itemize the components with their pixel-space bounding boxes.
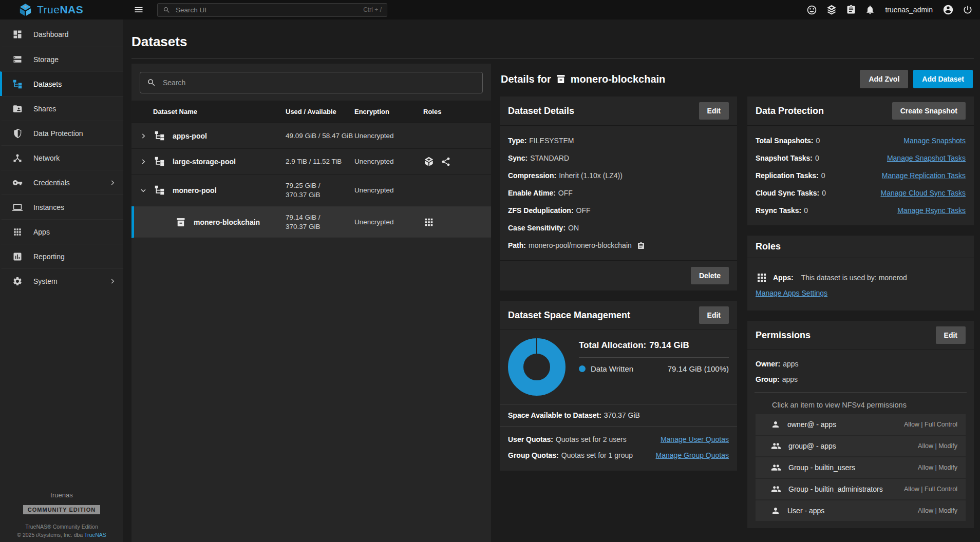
dataset-name: monero-blockchain (194, 218, 260, 226)
sidebar-item-credentials[interactable]: Credentials (0, 170, 123, 195)
shield-icon (12, 128, 23, 139)
alerts-bell-icon[interactable] (865, 5, 875, 15)
people-icon (771, 441, 781, 451)
legend-dot-icon (579, 365, 586, 372)
main-content: Datasets Dataset Name Used / Available E… (123, 20, 980, 542)
user-quotas-row: User Quotas:Quotas set for 2 users Manag… (508, 432, 729, 448)
card-title: Dataset Space Management (508, 310, 630, 321)
truecommand-icon[interactable] (826, 4, 837, 15)
feedback-smiley-icon[interactable] (806, 5, 817, 15)
sidebar-item-network[interactable]: Network (0, 145, 123, 170)
hostname-label: truenas (0, 491, 123, 499)
table-row[interactable]: large-storage-pool 2.9 TiB / 11.52 TiB U… (131, 149, 491, 175)
table-row[interactable]: monero-pool 79.25 GiB /370.37 GiB Unencr… (131, 175, 491, 206)
data-protection-card: Data Protection Create Snapshot Total Sn… (747, 96, 974, 225)
add-dataset-button[interactable]: Add Dataset (913, 70, 973, 88)
field-sync: Sync:STANDARD (508, 149, 729, 167)
used-available-value: 79.14 GiB /370.37 GiB (286, 213, 354, 231)
manage-cloud-sync-tasks-link[interactable]: Manage Cloud Sync Tasks (881, 184, 966, 202)
edit-space-button[interactable]: Edit (699, 306, 729, 324)
global-search-input[interactable] (175, 6, 359, 14)
copyright-line: © 2025 iXsystems, Inc. dba TrueNAS (0, 532, 123, 538)
global-search[interactable]: Ctrl + / (157, 3, 387, 17)
create-snapshot-button[interactable]: Create Snapshot (892, 102, 966, 120)
table-header: Dataset Name Used / Available Encryption… (131, 101, 491, 123)
add-zvol-button[interactable]: Add Zvol (860, 70, 908, 88)
details-dataset-name: monero-blockchain (571, 73, 665, 85)
manage-rsync-tasks-link[interactable]: Manage Rsync Tasks (897, 202, 966, 219)
tree-search-input[interactable] (162, 78, 476, 87)
hamburger-menu-icon[interactable] (134, 5, 144, 15)
field-zfs-deduplication: ZFS Deduplication:OFF (508, 202, 729, 219)
manage-apps-settings-link[interactable]: Manage Apps Settings (756, 289, 827, 297)
dataset-name: monero-pool (173, 186, 217, 195)
manage-user-quotas-link[interactable]: Manage User Quotas (661, 432, 729, 448)
field-type: Type:FILESYSTEM (508, 132, 729, 149)
used-available-value: 2.9 TiB / 11.52 TiB (286, 157, 354, 166)
sidebar-item-data-protection[interactable]: Data Protection (0, 121, 123, 145)
manage-replication-tasks-link[interactable]: Manage Replication Tasks (882, 167, 966, 184)
dataset-tree-icon (154, 156, 165, 167)
column-roles: Roles (423, 108, 491, 115)
share-icon (441, 157, 451, 167)
card-title: Roles (756, 241, 781, 252)
chevron-right-icon[interactable] (137, 129, 150, 143)
space-available: Space Available to Dataset:370.37 GiB (500, 404, 737, 426)
sidebar: Dashboard Storage Datasets Shares Data P… (0, 20, 123, 542)
power-icon[interactable] (963, 5, 973, 15)
group-line: Group:apps (756, 372, 966, 387)
laptop-icon (12, 202, 23, 212)
copy-path-icon[interactable] (637, 242, 645, 250)
manage-snapshots-link[interactable]: Manage Snapshots (903, 132, 966, 149)
sidebar-item-label: Datasets (33, 80, 62, 88)
sidebar-item-label: Dashboard (33, 30, 69, 38)
chevron-down-icon[interactable] (137, 184, 150, 197)
cloud-sync-tasks-row: Cloud Sync Tasks:0Manage Cloud Sync Task… (756, 184, 966, 202)
manage-snapshot-tasks-link[interactable]: Manage Snapshot Tasks (887, 149, 966, 167)
field-compression: Compression:Inherit (1.10x (LZ4)) (508, 167, 729, 184)
field-path: Path:monero-pool/monero-blockchain (508, 237, 729, 254)
sidebar-item-datasets[interactable]: Datasets (0, 71, 123, 96)
total-snapshots-row: Total Snapshots:0Manage Snapshots (756, 132, 966, 149)
used-available-value: 49.09 GiB / 58.47 GiB (286, 131, 354, 141)
chevron-right-icon (109, 278, 116, 285)
permission-item-group-at[interactable]: group@ - apps Allow | Modify (756, 436, 966, 456)
truenas-cube-icon (423, 156, 435, 167)
chevron-right-icon (109, 179, 116, 186)
card-title: Data Protection (756, 106, 824, 117)
sidebar-item-apps[interactable]: Apps (0, 219, 123, 244)
sidebar-item-shares[interactable]: Shares (0, 96, 123, 121)
apps-role-row: Apps: This dataset is used by: monerod M… (756, 264, 966, 304)
sidebar-item-dashboard[interactable]: Dashboard (0, 22, 123, 47)
chevron-right-icon[interactable] (137, 155, 150, 168)
jobs-clipboard-icon[interactable] (846, 5, 856, 15)
table-row-selected[interactable]: monero-blockchain 79.14 GiB /370.37 GiB … (131, 206, 491, 238)
delete-dataset-button[interactable]: Delete (691, 267, 729, 284)
sidebar-item-reporting[interactable]: Reporting (0, 244, 123, 268)
apps-grid-icon (12, 227, 23, 237)
edit-permissions-button[interactable]: Edit (936, 326, 966, 344)
sidebar-item-storage[interactable]: Storage (0, 47, 123, 71)
report-chart-icon (12, 251, 23, 262)
truenas-link[interactable]: TrueNAS (84, 532, 106, 538)
permission-item-builtin-administrators[interactable]: Group - builtin_administrators Allow | F… (756, 479, 966, 499)
edit-dataset-details-button[interactable]: Edit (699, 102, 729, 120)
permission-item-owner[interactable]: owner@ - apps Allow | Full Control (756, 414, 966, 435)
column-used-available: Used / Available (286, 108, 354, 115)
sidebar-item-instances[interactable]: Instances (0, 195, 123, 219)
people-icon (771, 462, 781, 473)
table-row[interactable]: apps-pool 49.09 GiB / 58.47 GiB Unencryp… (131, 123, 491, 149)
dataset-tree-icon (154, 185, 165, 196)
dataset-details-card: Dataset Details Edit Type:FILESYSTEM Syn… (500, 96, 737, 291)
account-icon[interactable] (943, 4, 954, 15)
space-management-card: Dataset Space Management Edit Total Allo… (500, 301, 737, 471)
edition-badge: COMMUNITY EDITION (23, 505, 100, 514)
column-encryption: Encryption (354, 108, 423, 115)
permission-item-builtin-users[interactable]: Group - builtin_users Allow | Modify (756, 457, 966, 478)
tree-search[interactable] (140, 72, 483, 93)
permissions-card: Permissions Edit Owner:apps Group:apps C… (747, 321, 974, 528)
manage-group-quotas-link[interactable]: Manage Group Quotas (656, 448, 729, 463)
sidebar-item-system[interactable]: System (0, 268, 123, 293)
permission-item-user-apps[interactable]: User - apps Allow | Modify (756, 500, 966, 521)
search-shortcut-hint: Ctrl + / (363, 6, 382, 13)
